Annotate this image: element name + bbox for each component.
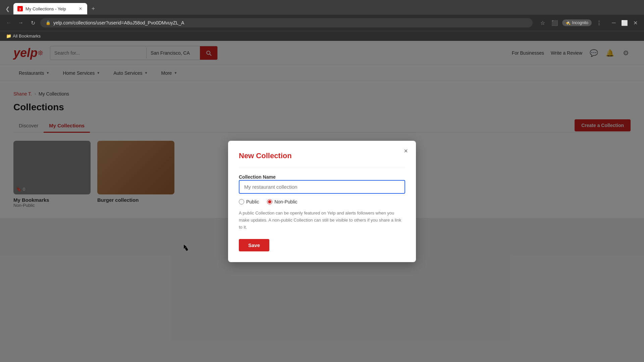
tab-bar: ❮ y My Collections - Yelp ✕ + xyxy=(0,0,644,15)
active-tab[interactable]: y My Collections - Yelp ✕ xyxy=(13,3,87,14)
new-collection-modal: × New Collection Collection Name Public … xyxy=(228,141,416,262)
reload-button[interactable]: ↻ xyxy=(28,18,38,27)
tab-close-button[interactable]: ✕ xyxy=(78,6,83,11)
modal-divider xyxy=(239,167,405,167)
radio-group: Public Non-Public xyxy=(239,199,405,204)
url-display: yelp.com/collections/user?userid=A8uJ58o… xyxy=(53,20,527,25)
back-button[interactable]: ← xyxy=(4,18,13,27)
radio-public[interactable] xyxy=(239,199,244,204)
forward-button[interactable]: → xyxy=(16,18,25,27)
incognito-label: Incognito xyxy=(572,20,588,25)
bookmarks-label: All Bookmarks xyxy=(13,34,41,39)
tab-title: My Collections - Yelp xyxy=(25,6,75,11)
tab-favicon: y xyxy=(17,6,23,11)
modal-overlay[interactable]: × New Collection Collection Name Public … xyxy=(0,41,644,362)
minimize-button[interactable]: ─ xyxy=(609,18,619,27)
modal-title: New Collection xyxy=(239,152,405,160)
lock-icon: 🔒 xyxy=(46,20,51,25)
new-tab-button[interactable]: + xyxy=(89,4,98,13)
address-bar[interactable]: 🔒 yelp.com/collections/user?userid=A8uJ5… xyxy=(40,18,533,27)
modal-description: A public Collection can be openly featur… xyxy=(239,210,405,231)
nav-icons: ☆ ⬛ 🕵 Incognito ⋮ ─ ⬜ ✕ xyxy=(538,18,640,27)
radio-public-label[interactable]: Public xyxy=(239,199,259,204)
radio-non-public-label[interactable]: Non-Public xyxy=(267,199,297,204)
browser-chrome: ❮ y My Collections - Yelp ✕ + ← → ↻ 🔒 ye… xyxy=(0,0,644,41)
close-window-button[interactable]: ✕ xyxy=(631,18,640,27)
page-content: yelp ❊ For Businesses Write a Review 💬 🔔… xyxy=(0,41,644,362)
extensions-icon[interactable]: ⬛ xyxy=(550,18,559,27)
bookmarks-bar: 📁 All Bookmarks xyxy=(0,31,644,41)
folder-icon: 📁 xyxy=(6,34,11,39)
bookmarks-folder[interactable]: 📁 All Bookmarks xyxy=(4,33,43,39)
modal-save-button[interactable]: Save xyxy=(239,239,269,251)
radio-non-public-text: Non-Public xyxy=(274,199,297,204)
modal-close-button[interactable]: × xyxy=(401,146,411,156)
collection-name-input[interactable] xyxy=(239,180,405,194)
bookmark-star-icon[interactable]: ☆ xyxy=(538,18,547,27)
radio-non-public[interactable] xyxy=(267,199,272,204)
menu-button[interactable]: ⋮ xyxy=(594,18,604,27)
maximize-button[interactable]: ⬜ xyxy=(620,18,629,27)
collection-name-label: Collection Name xyxy=(239,174,276,180)
incognito-badge: 🕵 Incognito xyxy=(562,19,592,26)
tab-left-chevron[interactable]: ❮ xyxy=(3,4,12,13)
incognito-icon: 🕵 xyxy=(566,20,571,25)
nav-bar: ← → ↻ 🔒 yelp.com/collections/user?userid… xyxy=(0,15,644,31)
radio-public-text: Public xyxy=(246,199,259,204)
